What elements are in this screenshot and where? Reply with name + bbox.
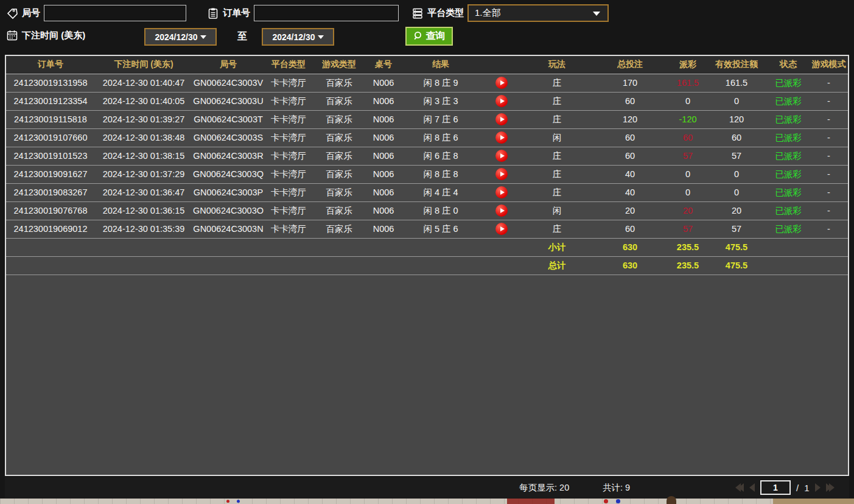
- cell-bet-time: 2024-12-30 01:40:47: [95, 74, 192, 92]
- cell-replay: [480, 147, 523, 165]
- replay-icon[interactable]: [495, 223, 508, 235]
- subtotal-row: 小计 630 235.5 475.5: [6, 238, 848, 256]
- cell-round-no: GN00624C3003V: [192, 74, 264, 92]
- page-number-input[interactable]: [760, 480, 791, 495]
- cell-bet-time: 2024-12-30 01:40:05: [95, 92, 192, 110]
- cell-platform: 卡卡湾厅: [264, 92, 313, 110]
- cell-platform: 卡卡湾厅: [264, 165, 313, 183]
- replay-icon[interactable]: [495, 113, 508, 125]
- cell-play: 庄: [523, 110, 590, 128]
- table-row: 241230019069012 2024-12-30 01:35:39 GN00…: [6, 220, 848, 238]
- cell-payout: 20: [670, 201, 706, 220]
- bet-history-table: 订单号 下注时间 (美东) 局号 平台类型 游戏类型 桌号 结果 玩法 总投注 …: [6, 56, 848, 275]
- cell-game-mode: -: [810, 220, 848, 238]
- cell-platform: 卡卡湾厅: [264, 220, 313, 238]
- calendar-icon: [6, 29, 18, 41]
- table-row: 241230019091627 2024-12-30 01:37:29 GN00…: [6, 165, 848, 183]
- header-platform: 平台类型: [264, 56, 313, 74]
- cell-status: 已派彩: [767, 201, 810, 220]
- cell-game-type: 百家乐: [313, 201, 365, 220]
- subtotal-valid-bet: 475.5: [706, 238, 767, 256]
- platform-type-value: 1.全部: [475, 7, 501, 19]
- round-id-input[interactable]: [44, 5, 186, 21]
- roadmap-blue-dot: [237, 500, 240, 503]
- total-row: 总计 630 235.5 475.5: [6, 256, 848, 275]
- cell-play: 庄: [523, 74, 590, 92]
- cell-valid-bet: 57: [706, 147, 767, 165]
- cell-platform: 卡卡湾厅: [264, 183, 313, 201]
- cell-result: 闲 3 庄 3: [402, 92, 480, 110]
- next-page-icon[interactable]: [815, 483, 821, 492]
- first-page-icon[interactable]: [735, 483, 744, 492]
- replay-icon[interactable]: [495, 150, 508, 162]
- date-range-to-label: 至: [237, 30, 247, 43]
- replay-icon[interactable]: [495, 131, 508, 144]
- search-icon: [413, 31, 424, 41]
- cell-valid-bet: 57: [706, 220, 767, 238]
- cell-total-bet: 20: [590, 201, 670, 220]
- cell-total-bet: 40: [590, 165, 670, 183]
- total-count-info: 共计: 9: [603, 482, 630, 494]
- cell-total-bet: 60: [590, 92, 670, 110]
- prev-page-icon[interactable]: [749, 483, 755, 492]
- platform-type-select[interactable]: 1.全部: [467, 4, 609, 22]
- header-table-no: 桌号: [365, 56, 402, 74]
- date-to-select[interactable]: 2024/12/30: [262, 28, 334, 46]
- subtotal-label: 小计: [523, 238, 590, 256]
- cell-order-no: 241230019107660: [6, 128, 95, 147]
- cell-result: 闲 4 庄 4: [402, 183, 480, 201]
- table-row: 241230019115818 2024-12-30 01:39:27 GN00…: [6, 110, 848, 128]
- cell-payout: 0: [670, 183, 706, 201]
- cell-result: 闲 6 庄 8: [402, 147, 480, 165]
- date-from-select[interactable]: 2024/12/30: [144, 28, 217, 46]
- order-no-input[interactable]: [254, 5, 399, 21]
- header-round-no: 局号: [192, 56, 264, 74]
- date-to-value: 2024/12/30: [272, 32, 315, 42]
- cell-game-type: 百家乐: [313, 110, 365, 128]
- cell-valid-bet: 0: [706, 92, 767, 110]
- cell-total-bet: 60: [590, 147, 670, 165]
- total-spacer-end: [767, 256, 848, 275]
- cell-result: 闲 8 庄 6: [402, 128, 480, 147]
- platform-type-label: 平台类型: [427, 7, 464, 19]
- replay-icon[interactable]: [495, 95, 508, 107]
- search-button-label: 查询: [426, 30, 446, 43]
- search-button[interactable]: 查询: [405, 27, 453, 46]
- cell-valid-bet: 60: [706, 128, 767, 147]
- cell-result: 闲 8 庄 8: [402, 165, 480, 183]
- cell-replay: [480, 220, 523, 238]
- cell-payout: 0: [670, 165, 706, 183]
- replay-icon[interactable]: [495, 168, 508, 180]
- cell-platform: 卡卡湾厅: [264, 201, 313, 220]
- cell-platform: 卡卡湾厅: [264, 74, 313, 92]
- cell-round-no: GN00624C3003U: [192, 92, 264, 110]
- cell-replay: [480, 74, 523, 92]
- header-valid-bet: 有效投注额: [706, 56, 767, 74]
- replay-icon[interactable]: [495, 77, 508, 89]
- cell-play: 闲: [523, 201, 590, 220]
- cell-play: 庄: [523, 165, 590, 183]
- bet-history-table-container: 订单号 下注时间 (美东) 局号 平台类型 游戏类型 桌号 结果 玩法 总投注 …: [5, 55, 849, 476]
- background-game-strip: [0, 499, 854, 504]
- subtotal-spacer: [6, 238, 523, 256]
- replay-icon[interactable]: [495, 205, 508, 217]
- cell-play: 庄: [523, 183, 590, 201]
- cell-replay: [480, 110, 523, 128]
- roadmap-red-dot: [604, 499, 608, 503]
- last-page-icon[interactable]: [826, 483, 835, 492]
- cell-round-no: GN00624C3003S: [192, 128, 264, 147]
- cell-order-no: 241230019123354: [6, 92, 95, 110]
- replay-icon[interactable]: [495, 186, 508, 198]
- header-total-bet: 总投注: [590, 56, 670, 74]
- filter-bar: 局号 订单号 平台类型 1.全部 下注时间 (美东): [0, 0, 854, 54]
- header-game-mode: 游戏模式: [810, 56, 848, 74]
- order-no-label: 订单号: [223, 7, 250, 19]
- header-status: 状态: [767, 56, 810, 74]
- cell-game-mode: -: [810, 165, 848, 183]
- page-separator: /: [796, 483, 799, 493]
- cell-game-type: 百家乐: [313, 147, 365, 165]
- cell-bet-time: 2024-12-30 01:37:29: [95, 165, 192, 183]
- cell-replay: [480, 165, 523, 183]
- table-row: 241230019107660 2024-12-30 01:38:48 GN00…: [6, 128, 848, 147]
- table-header-row: 订单号 下注时间 (美东) 局号 平台类型 游戏类型 桌号 结果 玩法 总投注 …: [6, 56, 848, 74]
